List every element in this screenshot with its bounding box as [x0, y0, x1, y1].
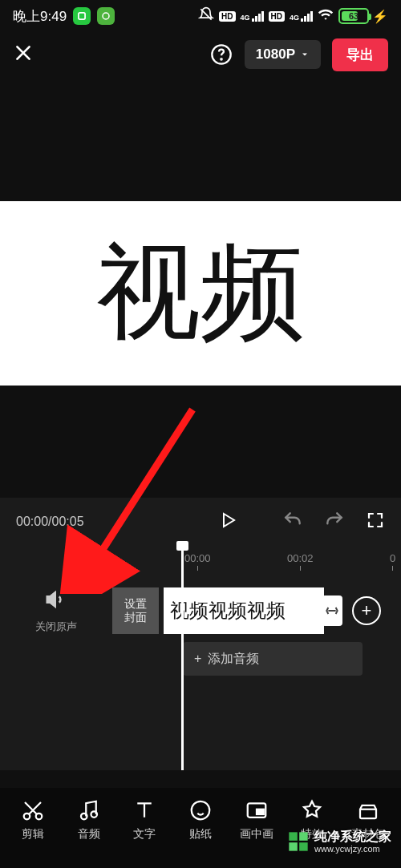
tool-pip[interactable]: 画中画 [231, 798, 282, 842]
battery-icon: 63 [338, 8, 369, 24]
undo-button[interactable] [282, 510, 303, 534]
svg-point-8 [91, 811, 97, 818]
resolution-select[interactable]: 1080P [245, 40, 321, 69]
timeline[interactable]: 00:00 00:02 0 关闭原声 设置 封面 视频视频视频 + + 添加音频 [0, 546, 401, 770]
tool-audio[interactable]: 音频 [63, 798, 115, 842]
fullscreen-button[interactable] [366, 511, 385, 533]
preview-canvas[interactable]: 视频 [0, 201, 401, 386]
svg-rect-15 [299, 842, 308, 851]
bottom-toolbar: 剪辑 音频 文字 贴纸 画中画 特效 素材包 [0, 788, 401, 868]
redo-button[interactable] [324, 510, 345, 534]
close-button[interactable] [13, 42, 34, 67]
ruler-tick: 0 [390, 552, 395, 571]
tool-cut[interactable]: 剪辑 [7, 798, 59, 842]
mute-label: 关闭原声 [35, 620, 77, 634]
preview-pad-bottom [0, 386, 401, 498]
preview-text: 视频 [96, 223, 305, 364]
chevron-down-icon [300, 50, 310, 59]
tool-sticker[interactable]: 贴纸 [175, 798, 226, 842]
svg-rect-12 [289, 832, 298, 841]
video-clip[interactable]: 视频视频视频 [164, 587, 324, 634]
hd-badge-2: HD [269, 11, 285, 22]
add-clip-button[interactable]: + [352, 596, 381, 625]
ruler-tick: 00:02 [287, 552, 314, 571]
app-notif-icon-2 [97, 7, 115, 25]
playhead[interactable] [181, 546, 184, 770]
export-button[interactable]: 导出 [332, 38, 388, 71]
dnd-icon [198, 6, 214, 26]
watermark-logo-icon [287, 830, 310, 853]
svg-point-1 [103, 13, 109, 19]
svg-point-9 [192, 801, 210, 820]
app-notif-icon [73, 7, 91, 25]
help-button[interactable] [209, 42, 233, 67]
svg-rect-13 [299, 832, 308, 841]
signal-group-2: 4G [290, 11, 313, 22]
hd-badge-1: HD [219, 11, 235, 22]
svg-point-3 [221, 59, 221, 59]
status-bar: 晚上9:49 HD 4G HD 4G 63 ⚡ [0, 0, 401, 32]
watermark: 纯净系统之家 www.ycwjzy.com [287, 829, 391, 854]
svg-rect-14 [289, 842, 298, 851]
preview-pad-top [0, 77, 401, 201]
svg-rect-11 [257, 809, 264, 814]
status-time: 晚上9:49 [13, 7, 67, 26]
tool-text[interactable]: 文字 [119, 798, 170, 842]
plus-icon: + [194, 652, 201, 666]
time-ruler[interactable]: 00:00 00:02 0 [176, 552, 401, 571]
play-button[interactable] [218, 511, 237, 533]
add-audio-button[interactable]: + 添加音频 [183, 642, 363, 676]
wifi-icon [318, 6, 334, 26]
svg-rect-0 [79, 13, 85, 19]
set-cover-button[interactable]: 设置 封面 [112, 587, 159, 634]
mute-original-button[interactable] [44, 587, 68, 615]
charging-icon: ⚡ [372, 9, 388, 24]
transition-chip[interactable] [322, 595, 342, 626]
time-display: 00:00/00:05 [16, 515, 205, 529]
ruler-tick: 00:00 [184, 552, 211, 571]
svg-point-7 [81, 813, 87, 820]
signal-group-1: 4G [241, 11, 264, 22]
player-controls: 00:00/00:05 [0, 498, 401, 546]
top-bar: 1080P 导出 [0, 32, 401, 77]
